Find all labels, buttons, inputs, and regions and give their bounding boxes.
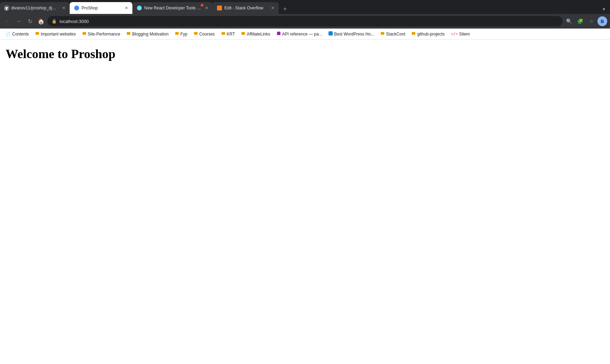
- tab-bar: divanov11/proshop_django ✕ ProShop ✕ ⚛ N…: [0, 0, 610, 14]
- svg-rect-3: [175, 32, 179, 35]
- bookmark-label-bm12: github-projects: [417, 32, 445, 37]
- tab-close-proshop[interactable]: ✕: [123, 5, 130, 11]
- bookmark-bm8[interactable]: AffiliateLinks: [238, 30, 273, 38]
- reload-icon: ↻: [28, 18, 32, 25]
- bookmark-label-bm1: Contents: [12, 32, 29, 37]
- home-icon: 🏠: [38, 18, 45, 25]
- bookmark-icon-bm13: </>: [451, 32, 458, 36]
- bookmark-icon-bm11: [380, 31, 385, 37]
- bookmark-bm1[interactable]: 📄Contents: [3, 31, 32, 38]
- svg-rect-6: [241, 32, 245, 35]
- bookmark-bm11[interactable]: StackCont: [378, 30, 408, 38]
- bookmark-icon-bm8: [241, 31, 245, 37]
- tab-close-proshop-django[interactable]: ✕: [61, 5, 67, 11]
- bookmark-label-bm6: Courses: [199, 32, 215, 37]
- bookmark-bm4[interactable]: Blogging Motivation: [124, 30, 171, 38]
- svg-rect-4: [194, 32, 198, 35]
- bookmark-bm10[interactable]: Best WordPress Ho...: [326, 30, 377, 38]
- tab-menu-button[interactable]: ▾: [599, 4, 609, 14]
- bookmark-button[interactable]: ☆: [586, 16, 596, 26]
- bookmark-icon-bm7: [221, 31, 225, 37]
- tab-favicon-proshop: [74, 5, 79, 11]
- bookmark-label-bm5: Fyp: [180, 32, 187, 37]
- tab-close-react-devtools[interactable]: ✕: [203, 5, 210, 11]
- svg-rect-9: [381, 32, 384, 35]
- bookmark-icon: ☆: [589, 18, 594, 24]
- bookmark-icon-bm3: [82, 31, 86, 37]
- bookmark-icon-bm2: [35, 31, 39, 37]
- bookmark-icon-bm6: [194, 31, 198, 37]
- search-icon: 🔍: [566, 18, 572, 24]
- bookmark-label-bm2: Important websites: [41, 32, 76, 37]
- new-tab-icon: +: [283, 6, 287, 13]
- tab-close-stackoverflow[interactable]: ✕: [270, 5, 276, 11]
- svg-rect-1: [83, 32, 86, 35]
- bookmark-label-bm9: API reference — pa...: [282, 32, 322, 37]
- bookmark-bm6[interactable]: Courses: [191, 30, 218, 38]
- page-heading: Welcome to Proshop: [6, 47, 604, 61]
- bookmark-label-bm8: AffiliateLinks: [247, 32, 270, 37]
- lock-icon: 🔒: [52, 19, 57, 24]
- bookmark-icon-bm4: [126, 31, 131, 37]
- bookmark-label-bm4: Blogging Motivation: [132, 32, 169, 37]
- bookmark-bm5[interactable]: Fyp: [172, 30, 190, 38]
- bookmark-icon-bm9: [277, 31, 281, 37]
- bookmark-label-bm7: KRT: [227, 32, 235, 37]
- reload-button[interactable]: ↻: [25, 16, 35, 26]
- tab-red-indicator: [201, 4, 203, 7]
- tab-proshop[interactable]: ProShop ✕: [70, 2, 132, 14]
- bookmark-label-bm11: StackCont: [386, 32, 405, 37]
- bookmark-bm13[interactable]: </>Sitem: [448, 31, 473, 38]
- bookmark-icon-bm10: [329, 31, 333, 37]
- profile-avatar[interactable]: B: [597, 16, 607, 26]
- forward-button[interactable]: →: [14, 16, 24, 26]
- svg-rect-10: [412, 32, 415, 35]
- new-tab-button[interactable]: +: [280, 4, 290, 14]
- tab-proshop-django[interactable]: divanov11/proshop_django ✕: [0, 2, 70, 14]
- back-icon: ←: [5, 18, 10, 24]
- bookmark-icon-bm5: [175, 31, 179, 37]
- tab-favicon-react: ⚛: [137, 5, 142, 11]
- bookmarks-bar: 📄ContentsImportant websitesSite-Performa…: [0, 29, 610, 40]
- bookmark-label-bm10: Best WordPress Ho...: [334, 32, 374, 37]
- tab-title-proshop-django: divanov11/proshop_django: [11, 6, 59, 10]
- address-bar: ← → ↻ 🏠 🔒 localhost:3000 🔍 🧩 ☆ B: [0, 14, 610, 29]
- tab-title-stackoverflow: Edit - Stack Overflow: [224, 6, 268, 10]
- tab-title-react-devtools: New React Developer Tools – Re:: [144, 6, 201, 10]
- bookmark-icon-bm1: 📄: [6, 32, 11, 37]
- bookmark-label-bm3: Site-Performance: [88, 32, 120, 37]
- browser-chrome: divanov11/proshop_django ✕ ProShop ✕ ⚛ N…: [0, 0, 610, 29]
- bookmark-bm3[interactable]: Site-Performance: [79, 30, 123, 38]
- bookmark-bm2[interactable]: Important websites: [32, 30, 79, 38]
- profile-label: B: [601, 19, 604, 24]
- address-right-icons: 🔍 🧩 ☆ B: [564, 16, 607, 26]
- bookmark-label-bm13: Sitem: [459, 32, 470, 37]
- svg-rect-7: [277, 32, 280, 35]
- svg-rect-5: [222, 32, 225, 35]
- page-content: Welcome to Proshop: [0, 40, 610, 364]
- tab-favicon-so: [217, 5, 222, 11]
- extensions-icon: 🧩: [577, 18, 583, 24]
- bookmark-icon-bm12: [411, 31, 416, 37]
- back-button[interactable]: ←: [3, 16, 13, 26]
- svg-rect-0: [36, 32, 39, 35]
- bookmark-bm9[interactable]: API reference — pa...: [274, 30, 325, 38]
- address-text: localhost:3000: [60, 19, 558, 24]
- extensions-button[interactable]: 🧩: [575, 16, 585, 26]
- tab-bar-left: divanov11/proshop_django ✕ ProShop ✕ ⚛ N…: [0, 2, 599, 14]
- forward-icon: →: [16, 18, 22, 24]
- bookmark-bm7[interactable]: KRT: [218, 30, 238, 38]
- tab-favicon-github: [4, 6, 9, 10]
- svg-rect-8: [329, 31, 333, 35]
- home-button[interactable]: 🏠: [36, 16, 46, 26]
- tab-stackoverflow[interactable]: Edit - Stack Overflow ✕: [213, 2, 279, 14]
- tab-menu-icon: ▾: [603, 6, 605, 12]
- address-input[interactable]: 🔒 localhost:3000: [47, 16, 563, 26]
- search-button[interactable]: 🔍: [564, 16, 574, 26]
- tab-react-devtools[interactable]: ⚛ New React Developer Tools – Re: ✕: [132, 2, 213, 14]
- tab-title-proshop: ProShop: [82, 6, 121, 10]
- svg-rect-2: [127, 32, 130, 35]
- bookmark-bm12[interactable]: github-projects: [409, 30, 447, 38]
